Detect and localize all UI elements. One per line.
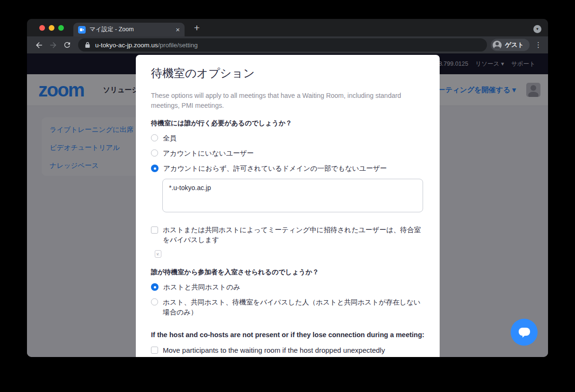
tab-strip: マイ設定 - Zoom × + ▼ [27, 19, 548, 36]
radio-icon-selected[interactable] [151, 283, 159, 291]
lock-icon [85, 42, 90, 48]
browser-menu-button[interactable]: ⋮ [535, 41, 542, 49]
radio-icon[interactable] [151, 298, 158, 305]
profile-button[interactable]: ゲスト [491, 39, 530, 51]
radio-option-not-in-domains[interactable]: アカウントにおらず、許可されているドメインの一部でもないユーザー [151, 164, 425, 174]
browser-window: マイ設定 - Zoom × + ▼ u-tokyo-ac-jp.zoom.us/… [27, 19, 548, 357]
checkbox-icon[interactable] [151, 226, 158, 234]
tab-title: マイ設定 - Zoom [89, 26, 173, 34]
question-who-goes: 待機室には誰が行く必要があるのでしょうか？ [151, 118, 425, 128]
radio-icon[interactable] [151, 134, 158, 141]
minimize-window-button[interactable] [49, 25, 54, 31]
url-host: u-tokyo-ac-jp.zoom.us [95, 42, 158, 49]
new-tab-button[interactable]: + [191, 22, 203, 34]
browser-toolbar: u-tokyo-ac-jp.zoom.us/profile/setting ゲス… [27, 36, 548, 53]
modal-description: These options will apply to all meetings… [151, 91, 409, 111]
radio-option-not-in-account[interactable]: アカウントにいないユーザー [151, 148, 425, 158]
url-text: u-tokyo-ac-jp.zoom.us/profile/setting [95, 42, 198, 49]
allowed-domains-textarea[interactable] [162, 179, 423, 212]
zoom-favicon-icon [78, 26, 86, 34]
broken-image-icon: v. [155, 250, 161, 258]
bypass-checkbox-row[interactable]: ホストまたは共同ホストによってミーティング中に招待されたユーザーは、待合室をバイ… [151, 225, 425, 245]
close-window-button[interactable] [39, 25, 45, 31]
guest-avatar-icon [493, 41, 502, 50]
url-path: /profile/setting [158, 42, 198, 49]
radio-icon[interactable] [151, 149, 158, 157]
chat-bubble-icon [518, 327, 531, 338]
back-button[interactable] [32, 41, 46, 50]
question-host-not-present: If the host and co-hosts are not present… [151, 330, 425, 340]
checkbox-icon[interactable] [151, 347, 158, 354]
move-participants-checkbox-row[interactable]: Move participants to the waiting room if… [151, 345, 425, 355]
radio-option-host-cohost-only[interactable]: ホストと共同ホストのみ [151, 282, 425, 292]
page-content: 888.799.0125 リソース ▾ サポート zoom ソリューション ミー… [27, 53, 548, 357]
forward-button[interactable] [46, 41, 60, 50]
close-tab-icon[interactable]: × [176, 26, 180, 33]
radio-icon-selected[interactable] [151, 165, 159, 172]
browser-tab[interactable]: マイ設定 - Zoom × [73, 23, 185, 36]
waiting-room-options-modal: 待機室のオプション These options will apply to al… [136, 55, 440, 357]
tab-search-button[interactable]: ▼ [533, 25, 541, 33]
question-who-admits: 誰が待機室から参加者を入室させられるのでしょうか？ [151, 267, 425, 277]
address-bar[interactable]: u-tokyo-ac-jp.zoom.us/profile/setting [78, 38, 487, 52]
guest-label: ゲスト [505, 41, 524, 49]
modal-title: 待機室のオプション [151, 67, 425, 80]
radio-option-host-cohost-bypass[interactable]: ホスト、共同ホスト、待機室をバイパスした人（ホストと共同ホストが存在しない場合の… [151, 297, 425, 317]
fullscreen-window-button[interactable] [58, 25, 64, 31]
radio-option-everyone[interactable]: 全員 [151, 133, 425, 143]
chat-widget-button[interactable] [511, 319, 538, 346]
reload-button[interactable] [60, 41, 74, 49]
